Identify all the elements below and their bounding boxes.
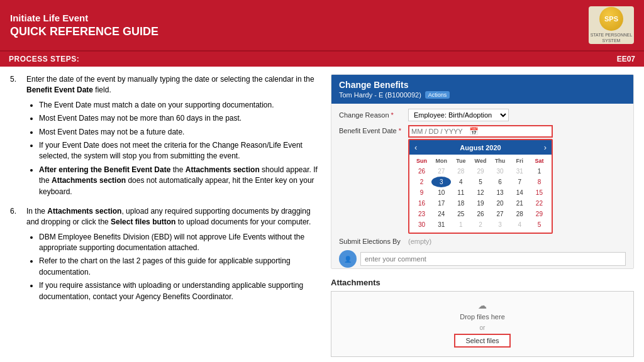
cal-day[interactable]: 5 xyxy=(470,177,490,187)
bullet-5-1: The Event Date must match a date on your… xyxy=(39,100,318,111)
date-input-wrapper[interactable]: 📅 xyxy=(408,125,553,138)
cal-day[interactable]: 23 xyxy=(412,209,431,219)
change-reason-row: Change Reason * Employee: Birth/Adoption xyxy=(339,109,626,121)
comment-area: 👤 xyxy=(339,250,626,268)
bullet-5-5: After entering the Benefit Event Date th… xyxy=(39,165,318,197)
logo-subtext: STATE PERSONNELSYSTEM xyxy=(591,33,633,43)
cal-day[interactable]: 2 xyxy=(470,219,490,230)
cal-day[interactable]: 30 xyxy=(491,166,510,177)
step-6-body: In the Attachments section, upload any r… xyxy=(26,206,318,305)
cal-day[interactable]: 2 xyxy=(412,177,431,187)
submit-elections-value: (empty) xyxy=(408,238,431,245)
bullet-5-2: Most Event Dates may not be more than 60… xyxy=(39,113,318,124)
submit-elections-row: Submit Elections By (empty) xyxy=(339,238,626,245)
cal-day[interactable]: 14 xyxy=(510,187,530,198)
cal-day[interactable]: 31 xyxy=(431,219,451,230)
cal-day[interactable]: 21 xyxy=(510,198,530,209)
cal-day[interactable]: 1 xyxy=(530,166,549,177)
bullet-6-3: If you require assistance with uploading… xyxy=(39,280,318,302)
step-6: 6. In the Attachments section, upload an… xyxy=(10,206,318,305)
cal-day[interactable]: 3 xyxy=(431,177,451,187)
user-avatar: 👤 xyxy=(339,250,357,268)
cal-day[interactable]: 12 xyxy=(470,187,490,198)
cal-day[interactable]: 1 xyxy=(451,219,470,230)
cb-actions-badge[interactable]: Actions xyxy=(425,91,450,99)
calendar-icon[interactable]: 📅 xyxy=(469,127,479,136)
cal-day[interactable]: 30 xyxy=(412,219,431,230)
cb-body: Change Reason * Employee: Birth/Adoption… xyxy=(331,104,633,269)
cal-day[interactable]: 16 xyxy=(412,198,431,209)
cal-month-year: August 2020 xyxy=(460,144,501,151)
cal-day[interactable]: 8 xyxy=(530,177,549,187)
drop-zone[interactable]: ☁ Drop files here or Select files xyxy=(331,291,634,357)
cal-day[interactable]: 9 xyxy=(412,187,431,198)
calendar-popup: ‹ August 2020 › Sun Mon Tue Wed xyxy=(408,139,553,234)
cal-prev-button[interactable]: ‹ xyxy=(414,143,417,152)
step-6-bullets: DBM Employee Benefits Division (EBD) wil… xyxy=(26,232,318,302)
change-benefits-panel: Change Benefits Tom Hardy - E (B1000092)… xyxy=(331,74,634,269)
cal-day[interactable]: 17 xyxy=(431,198,451,209)
cal-day[interactable]: 27 xyxy=(431,166,451,177)
drop-zone-text: Drop files here xyxy=(340,313,625,321)
process-code: EE07 xyxy=(617,55,635,63)
cal-day[interactable]: 20 xyxy=(491,198,510,209)
cal-day[interactable]: 3 xyxy=(491,219,510,230)
dow-mon: Mon xyxy=(431,157,451,165)
bullet-5-5-bold2: Attachments section xyxy=(186,165,260,174)
cal-day[interactable]: 18 xyxy=(451,198,470,209)
cal-day[interactable]: 4 xyxy=(510,219,530,230)
bullet-5-3: Most Event Dates may not be a future dat… xyxy=(39,127,318,138)
step-5-intro: Enter the date of the event by manually … xyxy=(26,74,318,96)
benefit-event-date-label: Benefit Event Date * xyxy=(339,125,408,134)
dow-wed: Wed xyxy=(470,157,490,165)
dow-fri: Fri xyxy=(510,157,530,165)
attachments-section: Attachments ☁ Drop files here or Select … xyxy=(331,278,634,357)
cal-day[interactable]: 15 xyxy=(530,187,549,198)
change-reason-select[interactable]: Employee: Birth/Adoption xyxy=(408,109,509,121)
cb-employee-name: Tom Hardy - E (B1000092) xyxy=(339,91,421,99)
cal-day[interactable]: 31 xyxy=(510,166,530,177)
cal-day[interactable]: 27 xyxy=(491,209,510,219)
right-column: Change Benefits Tom Hardy - E (B1000092)… xyxy=(331,74,634,357)
change-reason-required: * xyxy=(391,111,394,119)
cal-day[interactable]: 26 xyxy=(470,209,490,219)
cal-day[interactable]: 29 xyxy=(470,166,490,177)
step-6-bold2: Select files button xyxy=(111,217,175,226)
cal-day[interactable]: 5 xyxy=(530,219,549,230)
cal-day[interactable]: 22 xyxy=(530,198,549,209)
sps-logo: SPS STATE PERSONNELSYSTEM xyxy=(589,6,634,44)
drop-icon: ☁ xyxy=(340,300,625,310)
step-5: 5. Enter the date of the event by manual… xyxy=(10,74,318,200)
cal-next-button[interactable]: › xyxy=(544,143,547,152)
dow-sat: Sat xyxy=(530,157,549,165)
cal-day[interactable]: 10 xyxy=(431,187,451,198)
dow-thu: Thu xyxy=(491,157,510,165)
cal-day[interactable]: 11 xyxy=(451,187,470,198)
bullet-5-4: If your Event Date does not meet the cri… xyxy=(39,140,318,162)
cal-day[interactable]: 6 xyxy=(491,177,510,187)
cal-day[interactable]: 4 xyxy=(451,177,470,187)
cal-day[interactable]: 24 xyxy=(431,209,451,219)
page-header: Initiate Life Event QUICK REFERENCE GUID… xyxy=(0,0,644,50)
benefit-event-date-input[interactable] xyxy=(411,128,468,135)
header-text-block: Initiate Life Event QUICK REFERENCE GUID… xyxy=(10,13,158,38)
cal-day[interactable]: 26 xyxy=(412,166,431,177)
cal-day[interactable]: 19 xyxy=(470,198,490,209)
benefit-event-date-row: Benefit Event Date * 📅 ‹ August 2020 xyxy=(339,125,626,234)
comment-input[interactable] xyxy=(360,252,626,266)
cal-day[interactable]: 25 xyxy=(451,209,470,219)
cal-day[interactable]: 29 xyxy=(530,209,549,219)
process-steps-label: PROCESS STEPS: xyxy=(9,55,79,63)
cal-day[interactable]: 13 xyxy=(491,187,510,198)
cal-day[interactable]: 28 xyxy=(451,166,470,177)
cal-days-grid[interactable]: 2627282930311234567891011121314151617181… xyxy=(412,166,549,230)
or-text: or xyxy=(340,324,625,331)
attachments-title: Attachments xyxy=(331,278,634,287)
cal-day[interactable]: 7 xyxy=(510,177,530,187)
select-files-button[interactable]: Select files xyxy=(454,334,510,348)
change-reason-label: Change Reason * xyxy=(339,111,408,119)
step-5-number: 5. xyxy=(10,74,21,200)
cal-days-of-week: Sun Mon Tue Wed Thu Fri Sat xyxy=(412,157,549,165)
bullet-5-5-bold1: After entering the Benefit Event Date xyxy=(39,165,170,174)
cal-day[interactable]: 28 xyxy=(510,209,530,219)
